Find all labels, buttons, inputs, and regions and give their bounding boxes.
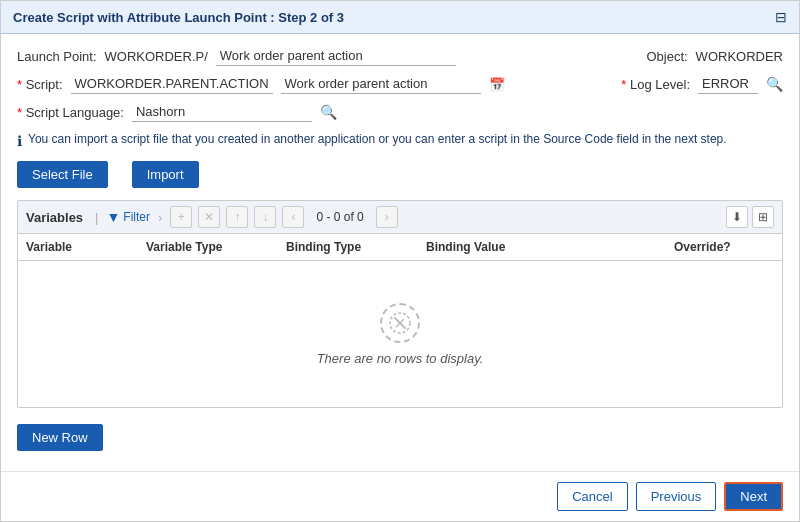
col-variable: Variable (26, 240, 146, 254)
dialog-title: Create Script with Attribute Launch Poin… (13, 10, 344, 25)
collapse-icon[interactable]: ⊟ (775, 9, 787, 25)
toolbar-remove-button: ✕ (198, 206, 220, 228)
toolbar-expand-button[interactable]: ⊞ (752, 206, 774, 228)
empty-icon (380, 303, 420, 343)
empty-state: There are no rows to display. (317, 303, 484, 366)
title-bar: Create Script with Attribute Launch Poin… (1, 1, 799, 34)
calendar-icon[interactable]: 📅 (489, 77, 505, 92)
launch-point-desc: Work order parent action (216, 46, 456, 66)
script-language-label: Script Language: (17, 105, 124, 120)
filter-icon: ▼ (107, 209, 121, 225)
new-row-section: New Row (17, 416, 783, 459)
script-language-search-icon[interactable]: 🔍 (320, 104, 337, 120)
script-language-row: Script Language: 🔍 (17, 102, 783, 122)
toolbar-up-button: ↑ (226, 206, 248, 228)
toolbar-next-button: › (376, 206, 398, 228)
log-level-value: ERROR (698, 74, 758, 94)
info-icon: ℹ (17, 133, 22, 149)
script-language-input[interactable] (132, 102, 312, 122)
toolbar-download-button[interactable]: ⬇ (726, 206, 748, 228)
toolbar-down-button: ↓ (254, 206, 276, 228)
filter-button[interactable]: ▼ Filter (107, 209, 151, 225)
select-file-button[interactable]: Select File (17, 161, 108, 188)
col-binding-value: Binding Value (426, 240, 674, 254)
variables-section: Variables | ▼ Filter › + ✕ ↑ ↓ ‹ 0 - 0 o… (17, 200, 783, 408)
launch-point-value: WORKORDER.P/ (105, 49, 208, 64)
cancel-button[interactable]: Cancel (557, 482, 627, 511)
object-label: Object: (646, 49, 687, 64)
info-text: You can import a script file that you cr… (28, 132, 727, 146)
footer: Cancel Previous Next (1, 471, 799, 521)
new-row-button[interactable]: New Row (17, 424, 103, 451)
import-button[interactable]: Import (132, 161, 199, 188)
script-row: Script: WORKORDER.PARENT.ACTION Work ord… (17, 74, 783, 94)
svg-point-0 (390, 313, 410, 333)
log-level-label: Log Level: (621, 77, 690, 92)
pagination-info: 0 - 0 of 0 (316, 210, 363, 224)
toolbar-prev-button: ‹ (282, 206, 304, 228)
empty-text: There are no rows to display. (317, 351, 484, 366)
object-value: WORKORDER (696, 49, 783, 64)
file-actions: Select File Import (17, 161, 783, 188)
launch-point-row: Launch Point: WORKORDER.P/ Work order pa… (17, 46, 783, 66)
content-area: Launch Point: WORKORDER.P/ Work order pa… (1, 34, 799, 471)
script-value: WORKORDER.PARENT.ACTION (71, 74, 273, 94)
log-level-search-icon[interactable]: 🔍 (766, 76, 783, 92)
col-override: Override? (674, 240, 774, 254)
col-binding-type: Binding Type (286, 240, 426, 254)
table-body: There are no rows to display. (18, 261, 782, 407)
table-header: Variable Variable Type Binding Type Bind… (18, 234, 782, 261)
script-desc: Work order parent action (281, 74, 481, 94)
launch-point-label: Launch Point: (17, 49, 97, 64)
main-window: Create Script with Attribute Launch Poin… (0, 0, 800, 522)
variables-title: Variables (26, 210, 83, 225)
filter-label: Filter (123, 210, 150, 224)
script-label: Script: (17, 77, 63, 92)
toolbar-add-button: + (170, 206, 192, 228)
variables-toolbar: Variables | ▼ Filter › + ✕ ↑ ↓ ‹ 0 - 0 o… (18, 201, 782, 234)
next-button[interactable]: Next (724, 482, 783, 511)
previous-button[interactable]: Previous (636, 482, 717, 511)
col-variable-type: Variable Type (146, 240, 286, 254)
svg-line-1 (396, 319, 404, 327)
info-section: ℹ You can import a script file that you … (17, 132, 783, 149)
